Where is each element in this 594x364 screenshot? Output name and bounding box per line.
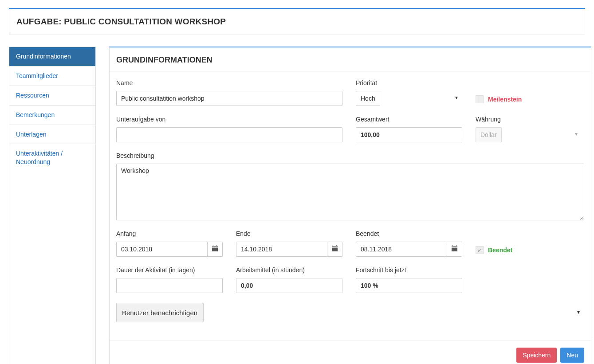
progress-label: Fortschritt bis jetzt (356, 266, 462, 274)
currency-label: Währung (476, 116, 582, 123)
sidebar-item-unteraktivitaeten[interactable]: Unteraktivitäten / Neuordnung (9, 144, 95, 172)
calendar-icon (451, 245, 458, 253)
finished-date-label: Beendet (356, 230, 462, 237)
footer-actions: Speichern Neu (110, 340, 591, 364)
start-calendar-button[interactable] (208, 242, 223, 257)
duration-input[interactable] (116, 278, 223, 293)
priority-label: Priorität (356, 79, 462, 86)
name-label: Name (116, 79, 342, 86)
start-input[interactable] (116, 242, 208, 257)
new-button[interactable]: Neu (560, 348, 584, 363)
start-label: Anfang (116, 230, 223, 237)
sidebar-item-ressourcen[interactable]: Ressourcen (9, 86, 95, 106)
description-label: Beschreibung (116, 152, 584, 159)
sidebar-item-unterlagen[interactable]: Unterlagen (9, 125, 95, 145)
end-label: Ende (236, 230, 342, 237)
total-value-label: Gesamtwert (356, 116, 462, 123)
finished-date-calendar-button[interactable] (447, 242, 462, 257)
sidebar-item-grundinformationen[interactable]: Grundinformationen (9, 47, 95, 67)
section-title: GRUNDINFORMATIONEN (110, 47, 591, 71)
progress-input[interactable] (356, 278, 462, 293)
subtask-label: Unteraufgabe von (116, 116, 342, 123)
subtask-input[interactable] (116, 127, 342, 142)
page-title: AUFGABE: PUBLIC CONSULTATITION WORKSHOP (9, 9, 585, 35)
priority-select[interactable]: Hoch (356, 91, 380, 106)
workhours-input[interactable] (236, 278, 342, 293)
main-panel: GRUNDINFORMATIONEN Name Priorität Hoch (109, 47, 591, 364)
calendar-icon (331, 245, 338, 253)
finished-date-input[interactable] (356, 242, 447, 257)
finished-checkbox[interactable] (476, 246, 484, 254)
description-textarea[interactable] (116, 164, 584, 220)
workhours-label: Arbeitsmittel (in stunden) (236, 266, 342, 274)
save-button[interactable]: Speichern (516, 348, 557, 363)
sidebar-item-bemerkungen[interactable]: Bemerkungen (9, 106, 95, 125)
finished-label: Beendet (488, 247, 512, 254)
end-input[interactable] (236, 242, 327, 257)
currency-select: Dollar (476, 127, 502, 142)
end-calendar-button[interactable] (327, 242, 342, 257)
notify-user-select[interactable]: Benutzer benachrichtigen (116, 303, 204, 322)
name-input[interactable] (116, 91, 342, 106)
duration-label: Dauer der Aktivität (in tagen) (116, 266, 223, 274)
total-value-input[interactable] (356, 127, 462, 142)
sidebar-item-teammitglieder[interactable]: Teammitglieder (9, 67, 95, 86)
calendar-icon (212, 245, 218, 253)
milestone-label: Meilenstein (488, 96, 522, 103)
sidebar: Grundinformationen Teammitglieder Ressou… (9, 47, 96, 364)
milestone-checkbox[interactable] (476, 95, 484, 103)
